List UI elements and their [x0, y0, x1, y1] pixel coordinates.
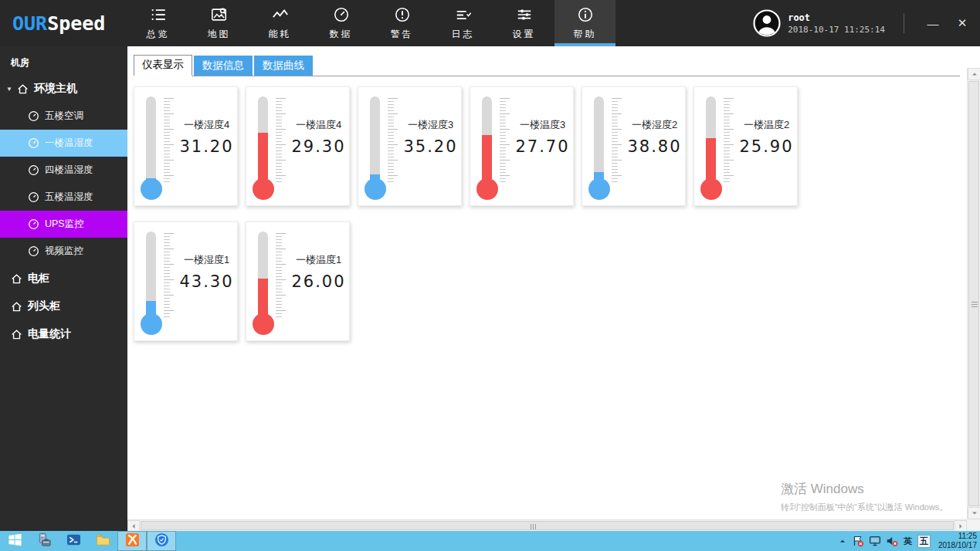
sidebar-item-4f-temp-humidity[interactable]: 四楼温湿度 — [0, 157, 127, 184]
scrollbar-grip — [531, 524, 537, 529]
nav-settings[interactable]: 设置 — [493, 0, 554, 46]
sidebar-item-video-monitoring[interactable]: 视频监控 — [0, 238, 127, 265]
nav-alerts[interactable]: 警告 — [371, 0, 432, 46]
tab-bar: 仪表显示 数据信息 数据曲线 — [134, 55, 960, 76]
gauge-value: 29.30 — [291, 137, 345, 156]
nav-logs[interactable]: 日志 — [432, 0, 493, 46]
nav-data[interactable]: 数据 — [310, 0, 371, 46]
clock-date: 2018/10/17 — [938, 541, 977, 550]
sidebar-section-machine-room[interactable]: 机房 — [0, 49, 127, 75]
watermark-subtitle: 转到“控制面板”中的“系统”以激活 Windows。 — [781, 502, 948, 513]
tab-label: 仪表显示 — [142, 59, 184, 70]
sidebar-item-5f-temp-humidity[interactable]: 五楼温湿度 — [0, 184, 127, 211]
gauge-grid: 一楼湿度4 31.20 一楼温度4 29.30 一楼湿度3 35.20 — [134, 86, 813, 357]
home-icon — [11, 301, 22, 313]
sidebar-item-ups-monitoring[interactable]: UPS监控 — [0, 211, 127, 238]
security-shield-button[interactable] — [147, 531, 176, 551]
gauge-value: 43.30 — [179, 272, 233, 291]
thermometer-icon — [246, 222, 291, 340]
scrollbar-grip — [972, 302, 978, 308]
thermometer-scale — [276, 98, 286, 182]
gauge-label: 一楼温度4 — [296, 118, 341, 132]
action-center[interactable] — [852, 535, 864, 547]
gauge-1f-humidity-2: 一楼湿度2 38.80 — [582, 86, 686, 206]
vertical-scrollbar[interactable] — [967, 68, 980, 519]
gauge-small-icon — [28, 245, 39, 257]
gauge-1f-temperature-4: 一楼温度4 29.30 — [246, 86, 350, 206]
thermometer-fill — [258, 133, 268, 181]
tray-network-icon — [869, 535, 881, 547]
start-button[interactable] — [0, 531, 29, 551]
sidebar-item-1f-temp-humidity[interactable]: 一楼温湿度 — [0, 130, 127, 157]
nav-overview[interactable]: 总览 — [127, 0, 188, 46]
home-icon — [11, 273, 22, 285]
gauge-label: 一楼温度2 — [744, 118, 789, 132]
user-meta: root 2018-10-17 11:25:14 — [788, 12, 885, 35]
body-row: 机房 ▼ 环境主机 五楼空调 一楼温湿度 四楼温湿度 五楼温湿度 UPS监控 视… — [0, 46, 980, 531]
language-indicator[interactable]: 英 — [904, 536, 912, 547]
tab-data-info[interactable]: 数据信息 — [194, 56, 253, 76]
thermometer-bulb — [141, 178, 162, 200]
user-info[interactable]: root 2018-10-17 11:25:14 — [753, 0, 885, 46]
topbar-spacer — [615, 0, 753, 46]
scroll-left-button[interactable] — [127, 520, 140, 531]
sidebar-group-power-cabinet[interactable]: 电柜 — [0, 265, 127, 292]
thermometer-scale — [276, 233, 286, 317]
username: root — [788, 12, 885, 23]
ime-indicator[interactable]: 五 — [917, 535, 931, 548]
sidebar-item-label: 环境主机 — [34, 82, 77, 96]
taskbar-clock[interactable]: 11:25 2018/10/17 — [938, 532, 977, 550]
nav-map[interactable]: 地图 — [188, 0, 249, 46]
scroll-up-button[interactable] — [968, 68, 980, 80]
xampp-button[interactable] — [117, 531, 147, 551]
security-shield-icon — [154, 532, 169, 549]
thermometer-scale — [612, 98, 622, 182]
gauge-label: 一楼湿度4 — [184, 118, 229, 132]
gauge-small-icon — [28, 137, 39, 149]
horizontal-scrollbar-thumb[interactable] — [141, 521, 954, 530]
file-explorer-icon — [96, 532, 110, 549]
caret-down-icon: ▼ — [6, 86, 17, 93]
close-button[interactable]: ✕ — [948, 0, 977, 46]
gauge-small-icon — [28, 164, 39, 176]
powershell-button[interactable] — [59, 531, 88, 551]
minimize-button[interactable]: — — [918, 0, 948, 46]
network-status[interactable] — [869, 535, 881, 547]
windows-icon — [8, 532, 22, 549]
horizontal-scrollbar[interactable] — [127, 519, 967, 531]
xampp-icon — [125, 532, 140, 549]
hidden-icons-arrow[interactable] — [839, 537, 846, 545]
thermometer-icon — [582, 87, 627, 205]
nav-help[interactable]: 帮助 — [554, 0, 615, 46]
app-window: OURSpeed 总览 地图 能耗 数据 警告 日志 设置 帮助 root — [0, 0, 980, 551]
tab-data-curve[interactable]: 数据曲线 — [254, 56, 313, 76]
server-manager-button[interactable] — [29, 531, 59, 551]
logo-text-speed: Speed — [47, 12, 105, 35]
scroll-right-button[interactable] — [955, 520, 967, 531]
powershell-icon — [66, 532, 81, 549]
gauge-label: 一楼温度3 — [520, 118, 565, 132]
file-explorer-button[interactable] — [88, 531, 117, 551]
tab-gauge-display[interactable]: 仪表显示 — [134, 55, 192, 76]
gauge-value: 38.80 — [627, 137, 681, 156]
sidebar-item-5f-air-conditioning[interactable]: 五楼空调 — [0, 103, 127, 130]
log-icon — [455, 6, 472, 23]
sidebar-group-row-head-cabinet[interactable]: 列头柜 — [0, 292, 127, 320]
gauge-1f-temperature-2: 一楼温度2 25.90 — [693, 86, 798, 206]
app-logo: OURSpeed — [0, 0, 127, 46]
sidebar-group-environment-host[interactable]: ▼ 环境主机 — [0, 75, 127, 103]
system-tray: 英 五 11:25 2018/10/17 — [839, 532, 980, 550]
gauge-small-icon — [28, 218, 39, 230]
gauge-value: 25.90 — [739, 137, 793, 156]
tray-icons — [852, 535, 898, 547]
scroll-down-button[interactable] — [968, 507, 980, 519]
taskbar-apps — [0, 531, 176, 551]
vertical-scrollbar-thumb[interactable] — [968, 81, 979, 506]
user-avatar-icon — [753, 9, 781, 37]
volume-muted[interactable] — [886, 535, 898, 547]
thermometer-icon — [134, 87, 179, 205]
thermometer-fill — [706, 138, 716, 181]
topbar: OURSpeed 总览 地图 能耗 数据 警告 日志 设置 帮助 root — [0, 0, 980, 46]
sidebar-group-power-statistics[interactable]: 电量统计 — [0, 320, 127, 348]
nav-energy[interactable]: 能耗 — [249, 0, 310, 46]
